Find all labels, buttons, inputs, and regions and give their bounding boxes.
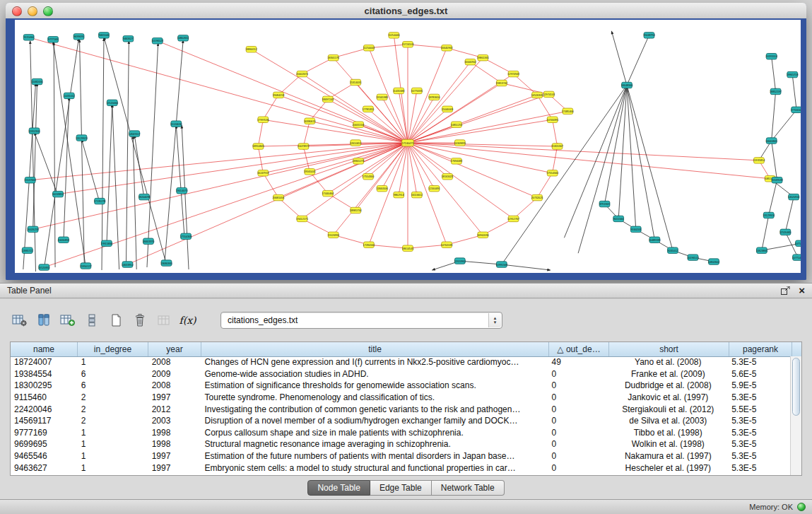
graph-node[interactable]: 10196523 bbox=[151, 38, 163, 44]
cell[interactable]: Genome-wide association studies in ADHD. bbox=[201, 369, 548, 379]
table-row[interactable]: 977716911998Corpus callosum shape and si… bbox=[11, 427, 791, 439]
cell[interactable]: 14569117 bbox=[11, 416, 78, 426]
cell[interactable]: Franke et al. (2009) bbox=[608, 369, 728, 379]
vertical-scrollbar[interactable] bbox=[790, 356, 801, 475]
graph-node[interactable]: 18463370 bbox=[143, 238, 155, 244]
cell[interactable]: 22420046 bbox=[11, 404, 78, 414]
graph-node[interactable]: 9115460 bbox=[23, 35, 34, 40]
cell[interactable]: 0 bbox=[548, 428, 608, 438]
cell[interactable]: 1 bbox=[78, 463, 148, 473]
row-selector-icon[interactable] bbox=[82, 311, 101, 330]
cell[interactable]: Hescheler et al. (1997) bbox=[608, 463, 728, 473]
graph-node[interactable]: 17694083 bbox=[451, 158, 463, 164]
close-panel-icon[interactable]: × bbox=[799, 286, 805, 296]
table-row[interactable]: 946554611997Estimation of the future num… bbox=[11, 450, 791, 462]
delete-table-icon[interactable] bbox=[130, 311, 149, 330]
cell[interactable]: 2008 bbox=[148, 380, 201, 390]
column-header-out_de[interactable]: △ out_de… bbox=[549, 342, 609, 356]
table-settings-icon[interactable] bbox=[10, 311, 29, 330]
graph-node[interactable]: 14702039 bbox=[441, 242, 453, 247]
graph-node[interactable]: 12881722 bbox=[21, 247, 33, 253]
graph-node[interactable]: 16770335 bbox=[411, 88, 423, 93]
graph-node[interactable]: 9777169 bbox=[48, 37, 59, 42]
graph-node[interactable]: 20631556 bbox=[353, 122, 365, 127]
close-button[interactable] bbox=[12, 6, 22, 16]
window-titlebar[interactable]: citations_edges.txt bbox=[6, 3, 806, 19]
graph-node[interactable]: 15537039 bbox=[771, 177, 783, 183]
cell[interactable]: 1 bbox=[78, 428, 148, 438]
cell[interactable]: Corpus callosum shape and size in male p… bbox=[201, 428, 548, 438]
show-columns-icon[interactable] bbox=[34, 311, 53, 330]
graph-node[interactable]: 11823865 bbox=[756, 247, 767, 253]
graph-node[interactable]: 15935854 bbox=[753, 158, 765, 163]
cell[interactable]: Disruption of a novel member of a sodium… bbox=[201, 416, 548, 426]
zoom-button[interactable] bbox=[43, 6, 53, 16]
network-canvas[interactable]: 1724047116309895176940831816342512160491… bbox=[15, 20, 801, 273]
graph-node[interactable]: 11431012 bbox=[64, 93, 75, 98]
graph-node[interactable]: 20732625 bbox=[531, 194, 543, 200]
cell[interactable]: Changes of HCN gene expression and I(f) … bbox=[201, 357, 548, 367]
graph-node[interactable]: 14569117 bbox=[129, 131, 140, 136]
cell[interactable]: 9465546 bbox=[11, 451, 78, 461]
cell[interactable]: 0 bbox=[548, 463, 608, 473]
graph-node[interactable]: 13129923 bbox=[76, 135, 88, 141]
graph-node[interactable]: 10771417 bbox=[792, 255, 801, 260]
graph-node[interactable]: 15526996 bbox=[327, 232, 339, 238]
tab-network-table[interactable]: Network Table bbox=[432, 480, 505, 496]
table-selector-stepper-icon[interactable]: ▲▼ bbox=[488, 313, 501, 327]
cell[interactable]: Tourette syndrome. Phenomenology and cla… bbox=[201, 392, 548, 402]
cell[interactable]: 9699695 bbox=[11, 439, 78, 449]
graph-node[interactable]: 19813742 bbox=[496, 80, 508, 86]
cell[interactable]: 5.5E-5 bbox=[728, 404, 791, 414]
cell[interactable]: 2012 bbox=[148, 404, 201, 414]
graph-node[interactable]: 11254446 bbox=[388, 33, 399, 38]
cell[interactable]: 0 bbox=[548, 369, 608, 379]
graph-node[interactable]: 18950845 bbox=[252, 144, 264, 149]
graph-node[interactable]: 10851255 bbox=[451, 122, 463, 127]
cell[interactable]: Yano et al. (2008) bbox=[608, 357, 728, 367]
graph-node[interactable]: 9862914 bbox=[394, 192, 404, 197]
cell[interactable]: 49 bbox=[548, 357, 608, 367]
cell[interactable]: Structural magnetic resonance image aver… bbox=[201, 439, 548, 449]
cell[interactable]: 18300295 bbox=[11, 380, 78, 390]
cell[interactable]: 2003 bbox=[148, 416, 201, 426]
graph-node[interactable]: 19084218 bbox=[273, 92, 285, 98]
graph-node[interactable]: 13680365 bbox=[160, 260, 172, 266]
cell[interactable]: 5.9E-5 bbox=[728, 380, 791, 390]
cell[interactable]: 6 bbox=[78, 369, 148, 379]
function-builder-icon[interactable]: f(x) bbox=[178, 311, 197, 330]
graph-node[interactable]: 10995569 bbox=[496, 262, 508, 267]
graph-node[interactable]: 16247919 bbox=[257, 170, 269, 176]
graph-node[interactable]: 17440464 bbox=[322, 190, 334, 196]
graph-node[interactable]: 10746395 bbox=[546, 117, 558, 122]
cell[interactable]: 0 bbox=[548, 416, 608, 426]
cell[interactable]: Tibbo et al. (1998) bbox=[608, 428, 728, 438]
cell[interactable]: Investigating the contribution of common… bbox=[201, 404, 548, 414]
table-row[interactable]: 969969511998Structural magnetic resonanc… bbox=[11, 438, 791, 450]
graph-node[interactable]: 16116612 bbox=[411, 192, 423, 197]
memory-status-icon[interactable] bbox=[797, 503, 806, 511]
graph-node[interactable]: 12652301 bbox=[28, 128, 40, 134]
graph-node[interactable]: 18783610 bbox=[428, 94, 440, 100]
graph-node[interactable]: 18852197 bbox=[770, 88, 782, 94]
cell[interactable]: Estimation of significance thresholds fo… bbox=[201, 380, 548, 390]
column-header-in_degree[interactable]: in_degree bbox=[78, 342, 148, 356]
graph-node[interactable]: 18301273 bbox=[353, 158, 365, 164]
cell[interactable]: 1 bbox=[78, 357, 148, 367]
graph-node[interactable]: 17284160 bbox=[363, 242, 375, 247]
cell[interactable]: 0 bbox=[548, 451, 608, 461]
graph-node[interactable]: 16962096 bbox=[477, 232, 489, 238]
graph-node[interactable]: 12912767 bbox=[507, 216, 519, 221]
cell[interactable]: Dudbridge et al. (2008) bbox=[608, 380, 728, 390]
cell[interactable]: 1997 bbox=[148, 451, 201, 461]
graph-node[interactable]: 14526309 bbox=[531, 92, 543, 98]
cell[interactable]: 6 bbox=[78, 380, 148, 390]
graph-node[interactable]: 20681056 bbox=[273, 194, 285, 200]
graph-node[interactable]: 15537663 bbox=[24, 177, 36, 183]
column-header-title[interactable]: title bbox=[201, 342, 549, 356]
cell[interactable]: 2 bbox=[78, 416, 148, 426]
tab-edge-table[interactable]: Edge Table bbox=[370, 480, 432, 496]
cell[interactable]: 5.3E-5 bbox=[728, 463, 791, 473]
graph-node[interactable]: 9699695 bbox=[73, 34, 84, 40]
graph-node[interactable]: 17554340 bbox=[546, 170, 558, 176]
